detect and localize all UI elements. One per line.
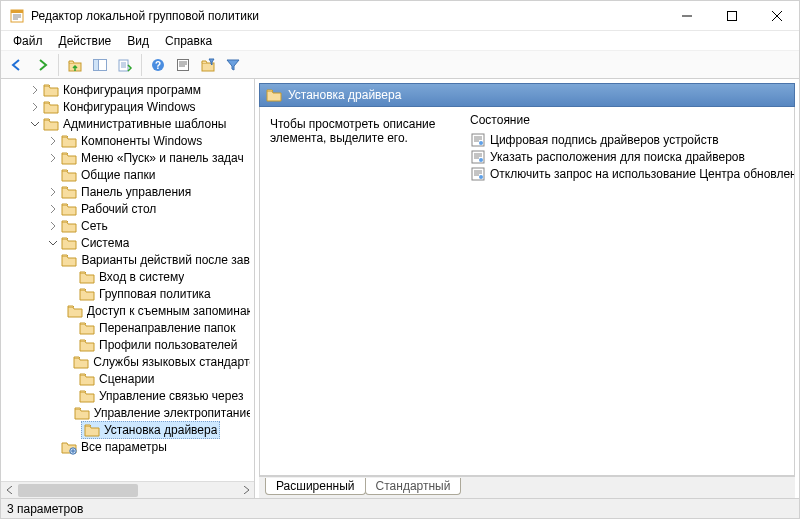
tree-horizontal-scrollbar[interactable] [1, 481, 254, 498]
setting-item[interactable]: Указать расположения для поиска драйверо… [466, 148, 794, 165]
close-button[interactable] [754, 1, 799, 31]
tree-item-label: Рабочий стол [81, 202, 156, 216]
setting-item[interactable]: Цифровая подпись драйверов устройств [466, 131, 794, 148]
folder-icon [79, 269, 95, 285]
tree-item[interactable]: Конфигурация программ [1, 81, 254, 98]
tree-item-label: Управление связью через [99, 389, 243, 403]
up-folder-button[interactable] [63, 54, 87, 76]
show-hide-tree-button[interactable] [88, 54, 112, 76]
settings-list[interactable]: Цифровая подпись драйверов устройствУказ… [466, 131, 794, 475]
policy-setting-icon [470, 149, 486, 165]
tree-item-label: Система [81, 236, 129, 250]
chevron-right-icon[interactable] [27, 82, 43, 98]
setting-label: Отключить запрос на использование Центра… [490, 167, 794, 181]
tree-item-label: Групповая политика [99, 287, 211, 301]
tree-item[interactable]: Профили пользователей [1, 336, 254, 353]
tree-item-label: Сеть [81, 219, 108, 233]
folder-icon [73, 354, 89, 370]
tree-item-label: Перенаправление папок [99, 321, 236, 335]
tree-item[interactable]: Перенаправление папок [1, 319, 254, 336]
menu-action[interactable]: Действие [51, 32, 120, 50]
chevron-down-icon[interactable] [27, 116, 43, 132]
help-button[interactable]: ? [146, 54, 170, 76]
tab-standard[interactable]: Стандартный [365, 478, 462, 495]
tree-item[interactable]: Рабочий стол [1, 200, 254, 217]
folder-icon [61, 235, 77, 251]
policy-setting-icon [470, 132, 486, 148]
minimize-button[interactable] [664, 1, 709, 31]
properties-button[interactable] [171, 54, 195, 76]
maximize-button[interactable] [709, 1, 754, 31]
svg-rect-5 [94, 59, 99, 70]
tree-item[interactable]: Варианты действий после завершения [1, 251, 254, 268]
chevron-right-icon[interactable] [45, 150, 61, 166]
folder-icon [266, 87, 282, 103]
tree-item[interactable]: Конфигурация Windows [1, 98, 254, 115]
chevron-down-icon[interactable] [45, 235, 61, 251]
filter-options-button[interactable] [221, 54, 245, 76]
forward-button[interactable] [30, 54, 54, 76]
svg-rect-2 [727, 11, 736, 20]
tree-item-label: Панель управления [81, 185, 191, 199]
folder-icon [74, 405, 90, 421]
chevron-right-icon[interactable] [45, 218, 61, 234]
tree-item[interactable]: Меню «Пуск» и панель задач [1, 149, 254, 166]
app-icon [9, 8, 25, 24]
setting-item[interactable]: Отключить запрос на использование Центра… [466, 165, 794, 182]
scroll-left-icon[interactable] [1, 482, 18, 498]
tree-item-label: Административные шаблоны [63, 117, 226, 131]
details-pane: Установка драйвера Чтобы просмотреть опи… [255, 79, 799, 498]
menu-help[interactable]: Справка [157, 32, 220, 50]
menu-view[interactable]: Вид [119, 32, 157, 50]
folder-icon [79, 337, 95, 353]
menu-file[interactable]: Файл [5, 32, 51, 50]
folder-icon [61, 218, 77, 234]
tree-item[interactable]: Общие папки [1, 166, 254, 183]
tree-item[interactable]: Все параметры [1, 438, 254, 455]
setting-label: Цифровая подпись драйверов устройств [490, 133, 719, 147]
export-list-button[interactable] [113, 54, 137, 76]
details-header: Установка драйвера [259, 83, 795, 107]
tree-item[interactable]: Панель управления [1, 183, 254, 200]
filter-toggle-button[interactable] [196, 54, 220, 76]
folder-icon [84, 422, 100, 438]
tree-item-label: Вход в систему [99, 270, 184, 284]
tree-item[interactable]: Система [1, 234, 254, 251]
tree-item[interactable]: Службы языковых стандартов [1, 353, 254, 370]
chevron-right-icon[interactable] [45, 184, 61, 200]
tree-item[interactable]: Административные шаблоны [1, 115, 254, 132]
folder-icon [79, 371, 95, 387]
chevron-right-icon[interactable] [45, 133, 61, 149]
tree-item[interactable]: Групповая политика [1, 285, 254, 302]
tab-extended[interactable]: Расширенный [265, 478, 366, 495]
tree-item[interactable]: Вход в систему [1, 268, 254, 285]
scroll-thumb[interactable] [18, 484, 138, 497]
tree-item-label: Службы языковых стандартов [93, 355, 250, 369]
tree-item[interactable]: Сценарии [1, 370, 254, 387]
chevron-right-icon[interactable] [27, 99, 43, 115]
svg-point-15 [479, 158, 483, 162]
tree-item-label: Меню «Пуск» и панель задач [81, 151, 244, 165]
status-count: 3 параметров [7, 502, 83, 516]
policy-setting-icon [470, 166, 486, 182]
tree-item-label: Сценарии [99, 372, 154, 386]
folder-icon [67, 303, 83, 319]
folder-icon [79, 388, 95, 404]
description-hint: Чтобы просмотреть описание элемента, выд… [270, 117, 435, 145]
column-header-state[interactable]: Состояние [466, 107, 794, 131]
tree-item[interactable]: Установка драйвера [1, 421, 254, 438]
tree-item[interactable]: Компоненты Windows [1, 132, 254, 149]
folder-icon [43, 116, 59, 132]
tree-item-label: Конфигурация программ [63, 83, 201, 97]
back-button[interactable] [5, 54, 29, 76]
tree-item[interactable]: Управление электропитанием [1, 404, 254, 421]
chevron-right-icon[interactable] [45, 201, 61, 217]
tree-item[interactable]: Доступ к съемным запоминающим [1, 302, 254, 319]
tree[interactable]: Конфигурация программКонфигурация Window… [1, 79, 254, 481]
status-bar: 3 параметров [1, 498, 799, 518]
tree-item[interactable]: Управление связью через [1, 387, 254, 404]
tree-item[interactable]: Сеть [1, 217, 254, 234]
tree-item-label: Конфигурация Windows [63, 100, 196, 114]
scroll-right-icon[interactable] [237, 482, 254, 498]
setting-label: Указать расположения для поиска драйверо… [490, 150, 745, 164]
